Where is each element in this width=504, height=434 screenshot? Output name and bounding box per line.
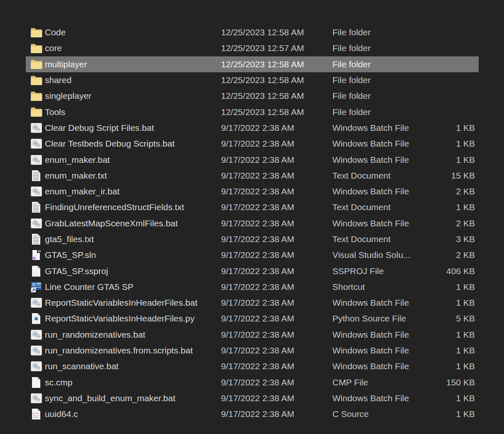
file-row[interactable]: gta5_files.txt 9/17/2022 2:38 AM Text Do… — [26, 231, 479, 247]
name-cell: run_scannative.bat — [26, 360, 221, 373]
name-cell: 11 ∞ GTA5_SP.sln — [26, 248, 221, 262]
file-row[interactable]: Clear Testbeds Debug Scripts.bat 9/17/20… — [26, 136, 479, 152]
file-size: 2 KB — [432, 250, 479, 260]
file-row[interactable]: Clear Debug Script Files.bat 9/17/2022 2… — [26, 120, 479, 136]
file-row[interactable]: 11 ∞ GTA5_SP.sln 9/17/2022 2:38 AM Visua… — [26, 247, 479, 263]
file-type: Text Document — [332, 171, 432, 181]
file-row[interactable]: Tools 12/25/2023 12:58 AM File folder — [26, 104, 479, 120]
date-modified: 9/17/2022 2:38 AM — [221, 266, 332, 276]
file-row[interactable]: multiplayer 12/25/2023 12:58 AM File fol… — [26, 56, 479, 72]
date-modified: 9/17/2022 2:38 AM — [221, 234, 332, 244]
file-name: Line Counter GTA5 SP — [45, 282, 133, 292]
file-name: gta5_files.txt — [45, 234, 94, 244]
file-type: SSPROJ File — [332, 266, 432, 276]
file-row[interactable]: sync_and_build_enum_maker.bat 9/17/2022 … — [26, 390, 479, 406]
date-modified: 9/17/2022 2:38 AM — [221, 282, 332, 292]
folder-icon — [30, 26, 42, 39]
file-type: Python Source File — [332, 314, 432, 324]
file-name: multiplayer — [45, 59, 87, 69]
file-size: 2 KB — [432, 186, 479, 196]
file-row[interactable]: Line Counter GTA5 SP 9/17/2022 2:38 AM S… — [26, 279, 479, 295]
c-source-icon: c — [30, 407, 42, 421]
file-row[interactable]: FindingUnreferencedStructFields.txt 9/17… — [26, 199, 479, 215]
text-file-icon — [30, 201, 42, 214]
file-type: Windows Batch File — [332, 346, 432, 356]
name-cell: c uuid64.c — [26, 407, 221, 421]
date-modified: 9/17/2022 2:38 AM — [221, 171, 332, 181]
file-row[interactable]: singleplayer 12/25/2023 12:58 AM File fo… — [26, 88, 479, 104]
file-type: Text Document — [332, 234, 432, 244]
file-name: shared — [45, 75, 71, 85]
text-file-icon — [30, 169, 42, 182]
folder-icon — [30, 58, 42, 71]
name-cell: singleplayer — [26, 89, 221, 103]
file-name: ReportStaticVariablesInHeaderFiles.bat — [45, 298, 197, 308]
file-type: File folder — [332, 43, 432, 53]
batch-file-icon — [30, 153, 42, 167]
file-type: Shortcut — [332, 282, 432, 292]
file-size: 1 KB — [432, 393, 479, 403]
name-cell: Code — [26, 26, 221, 39]
file-row[interactable]: ReportStaticVariablesInHeaderFiles.bat 9… — [26, 295, 479, 311]
file-row[interactable]: shared 12/25/2023 12:58 AM File folder — [26, 72, 479, 88]
file-row[interactable]: enum_maker.txt 9/17/2022 2:38 AM Text Do… — [26, 168, 479, 184]
folder-icon — [30, 74, 42, 87]
file-row[interactable]: ReportStaticVariablesInHeaderFiles.py 9/… — [26, 311, 479, 326]
file-row[interactable]: core 12/25/2023 12:57 AM File folder — [26, 40, 479, 56]
file-type: Text Document — [332, 202, 432, 212]
batch-file-icon — [30, 328, 42, 341]
file-size: 1 KB — [432, 298, 479, 308]
date-modified: 9/17/2022 2:38 AM — [221, 139, 332, 149]
name-cell: Tools — [26, 105, 221, 119]
file-name: uuid64.c — [45, 409, 78, 419]
date-modified: 9/17/2022 2:38 AM — [221, 218, 332, 228]
file-size: 1 KB — [432, 123, 479, 133]
file-size: 1 KB — [432, 409, 479, 419]
name-cell: core — [26, 42, 221, 55]
file-row[interactable]: c uuid64.c 9/17/2022 2:38 AM C Source 1 … — [26, 406, 479, 422]
date-modified: 9/17/2022 2:38 AM — [221, 202, 332, 212]
file-row[interactable]: Code 12/25/2023 12:58 AM File folder — [26, 25, 479, 40]
python-file-icon — [30, 312, 42, 325]
folder-icon — [30, 42, 42, 55]
file-type: Windows Batch File — [332, 298, 432, 308]
date-modified: 12/25/2023 12:58 AM — [221, 27, 332, 37]
date-modified: 9/17/2022 2:38 AM — [221, 393, 332, 403]
date-modified: 9/17/2022 2:38 AM — [221, 378, 332, 387]
file-type: Windows Batch File — [332, 139, 432, 149]
name-cell: ReportStaticVariablesInHeaderFiles.bat — [26, 296, 221, 309]
file-row[interactable]: enum_maker.bat 9/17/2022 2:38 AM Windows… — [26, 152, 479, 167]
file-type: Windows Batch File — [332, 218, 432, 228]
date-modified: 9/17/2022 2:38 AM — [221, 298, 332, 308]
file-size: 1 KB — [432, 202, 479, 212]
name-cell: ReportStaticVariablesInHeaderFiles.py — [26, 312, 221, 325]
file-row[interactable]: enum_maker_ir.bat 9/17/2022 2:38 AM Wind… — [26, 184, 479, 199]
file-type: File folder — [332, 75, 432, 85]
date-modified: 12/25/2023 12:57 AM — [221, 43, 332, 53]
batch-file-icon — [30, 296, 42, 309]
file-name: Code — [45, 27, 66, 37]
file-name: Clear Debug Script Files.bat — [45, 123, 154, 133]
file-name: singleplayer — [45, 91, 91, 101]
file-name: run_scannative.bat — [45, 361, 118, 371]
file-row[interactable]: GTA5_SP.ssproj 9/17/2022 2:38 AM SSPROJ … — [26, 263, 479, 279]
file-type: C Source — [332, 409, 432, 419]
name-cell: Clear Testbeds Debug Scripts.bat — [26, 137, 221, 150]
file-name: GTA5_SP.sln — [45, 250, 96, 260]
date-modified: 9/17/2022 2:38 AM — [221, 346, 332, 356]
file-name: enum_maker.bat — [45, 155, 110, 165]
file-row[interactable]: run_scannative.bat 9/17/2022 2:38 AM Win… — [26, 358, 479, 374]
file-row[interactable]: GrabLatestMapSceneXmlFiles.bat 9/17/2022… — [26, 216, 479, 231]
file-row[interactable]: run_randomizenatives.from.scripts.bat 9/… — [26, 343, 479, 358]
batch-file-icon — [30, 392, 42, 405]
file-type: Windows Batch File — [332, 393, 432, 403]
name-cell: sc.cmp — [26, 376, 221, 389]
file-name: GrabLatestMapSceneXmlFiles.bat — [45, 218, 178, 228]
name-cell: gta5_files.txt — [26, 233, 221, 246]
file-row[interactable]: sc.cmp 9/17/2022 2:38 AM CMP File 150 KB — [26, 375, 479, 390]
name-cell: multiplayer — [26, 58, 221, 71]
file-size: 1 KB — [432, 155, 479, 165]
file-row[interactable]: run_randomizenatives.bat 9/17/2022 2:38 … — [26, 327, 479, 343]
name-cell: Clear Debug Script Files.bat — [26, 121, 221, 135]
file-size: 406 KB — [432, 266, 479, 276]
